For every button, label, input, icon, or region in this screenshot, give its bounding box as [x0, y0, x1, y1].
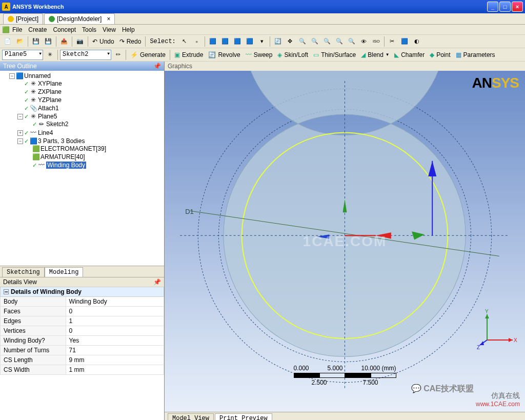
toolbar-main: 📄 📂 💾 💾 📤 📷 ↶Undo ↷Redo Select: ↖ ▫ 🟦 🟦 …: [0, 35, 525, 48]
filter-edge-button[interactable]: 🟦: [219, 36, 231, 47]
detail-row: CS Length9 mm: [1, 355, 164, 365]
zoom-fit-button[interactable]: 🔍: [334, 36, 345, 47]
rotate-button[interactable]: 🔄: [272, 36, 284, 47]
select-box-button[interactable]: ▫: [191, 36, 203, 47]
tree-attach1[interactable]: Attach1: [38, 105, 59, 112]
point-button[interactable]: ◆Point: [430, 51, 450, 58]
dm-icon: [49, 16, 55, 22]
tab-designmodeler[interactable]: [DesignModeler] ×: [44, 13, 115, 24]
tab-print-preview[interactable]: Print Preview: [215, 413, 272, 420]
tree-zxplane[interactable]: ZXPlane: [38, 88, 62, 95]
tree-armature[interactable]: ARMATURE[40]: [41, 153, 85, 161]
detail-row: Winding Body?Yes: [1, 336, 164, 346]
tree-electromagnet[interactable]: ELECTROMAGNET[39]: [41, 145, 106, 152]
sketch-dropdown[interactable]: Sketch2: [60, 50, 111, 60]
blend-button[interactable]: ◢Blend ▾: [361, 51, 389, 58]
snapshot-button[interactable]: 📷: [74, 36, 86, 47]
close-button[interactable]: ×: [512, 2, 523, 12]
new-sketch-button[interactable]: ✏: [112, 49, 124, 61]
extrude-button[interactable]: ▣Extrude: [174, 51, 203, 58]
tab-project[interactable]: [Project]: [3, 13, 43, 24]
new-plane-button[interactable]: ✳: [44, 49, 55, 61]
filter-body-button[interactable]: 🟦: [244, 36, 255, 47]
zoom-box-button[interactable]: 🔍: [297, 36, 308, 47]
tree-yzplane[interactable]: YZPlane: [38, 96, 62, 104]
winding-icon: 〰: [38, 162, 45, 168]
dimension-label: D1: [185, 208, 194, 215]
thin-button[interactable]: ▭Thin/Surface: [313, 51, 356, 58]
tree-plane5[interactable]: Plane5: [38, 113, 57, 120]
menu-create[interactable]: Create: [25, 25, 50, 34]
generate-button[interactable]: ⚡Generate: [130, 51, 166, 58]
menu-file[interactable]: File: [9, 25, 25, 34]
detail-row: BodyWinding Body: [1, 297, 164, 307]
graphics-tabs: Model View Print Preview: [165, 412, 525, 420]
menu-help[interactable]: Help: [119, 25, 138, 34]
tree-xyplane[interactable]: XYPlane: [38, 80, 62, 87]
chamfer-button[interactable]: ◣Chamfer: [394, 51, 425, 58]
redo-button[interactable]: ↷Redo: [119, 38, 142, 45]
export-button[interactable]: 📤: [58, 36, 70, 47]
menu-concept[interactable]: Concept: [50, 25, 79, 34]
sweep-button[interactable]: 〰Sweep: [246, 51, 273, 58]
plane-tool-button[interactable]: ✂: [387, 36, 398, 47]
save-button[interactable]: 💾: [30, 36, 42, 47]
new-button[interactable]: 📄: [2, 36, 13, 47]
tab-sketching[interactable]: Sketching: [2, 267, 45, 277]
tab-close-icon[interactable]: ×: [107, 15, 110, 23]
iso-button[interactable]: ISO: [371, 36, 382, 47]
triad[interactable]: X Y Z: [477, 309, 518, 350]
parameters-button[interactable]: ▦Parameters: [456, 51, 495, 58]
svg-marker-16: [485, 314, 489, 318]
tree-line4[interactable]: Line4: [38, 129, 53, 136]
pin-icon[interactable]: 📌: [153, 278, 161, 286]
model-icon: 🟦: [16, 73, 23, 79]
zoom-out-button[interactable]: 🔍: [321, 36, 333, 47]
tree-sketch2[interactable]: Sketch2: [46, 121, 68, 128]
undo-button[interactable]: ↶Undo: [92, 38, 114, 45]
filter-extend-button[interactable]: ▾: [256, 36, 268, 47]
revolve-button[interactable]: 🔄Revolve: [208, 51, 240, 58]
detail-row: CS Width1 mm: [1, 365, 164, 375]
sketch-icon: ✏: [38, 121, 45, 127]
pin-icon[interactable]: 📌: [153, 63, 161, 70]
tab-model-view[interactable]: Model View: [168, 413, 214, 420]
plane-icon: ✳: [30, 89, 37, 95]
scale-bar: 0.0005.00010.000 (mm) 2.5007.500: [294, 365, 396, 386]
open-button[interactable]: 📂: [14, 36, 26, 47]
tree-root[interactable]: Unnamed: [24, 72, 51, 79]
minimize-button[interactable]: _: [487, 2, 498, 12]
filter-face-button[interactable]: 🟦: [232, 36, 243, 47]
toolbar-features: Plane5 ✳ Sketch2 ✏ ⚡Generate ▣Extrude 🔄R…: [0, 48, 525, 62]
details-view[interactable]: −Details of Winding Body BodyWinding Bod…: [0, 287, 164, 375]
pan-button[interactable]: ✥: [285, 36, 296, 47]
svg-text:Z: Z: [477, 345, 480, 350]
zoom-in-button[interactable]: 🔍: [309, 36, 320, 47]
graphics-viewport[interactable]: ANSYS: [165, 71, 525, 412]
plane-dropdown[interactable]: Plane5: [2, 50, 43, 60]
plane-icon: ✳: [30, 97, 37, 103]
body-icon: 🟩: [32, 146, 39, 152]
menu-tools[interactable]: Tools: [79, 25, 99, 34]
select-cursor-button[interactable]: ↖: [179, 36, 190, 47]
lookat-button[interactable]: 👁: [358, 36, 370, 47]
line-icon: 〰: [30, 130, 37, 136]
menu-view[interactable]: View: [99, 25, 119, 34]
tree-outline[interactable]: −🟦Unnamed ✓✳XYPlane ✓✳ZXPlane ✓✳YZPlane …: [0, 71, 164, 266]
save-all-button[interactable]: 💾: [43, 36, 54, 47]
maximize-button[interactable]: □: [499, 2, 511, 12]
tree-winding-body[interactable]: Winding Body: [46, 162, 86, 169]
zoom-sel-button[interactable]: 🔍: [346, 36, 357, 47]
tree-parts[interactable]: 3 Parts, 3 Bodies: [38, 137, 85, 145]
skin-button[interactable]: ◈Skin/Loft: [277, 51, 308, 58]
svg-marker-14: [509, 338, 513, 342]
svg-text:Y: Y: [485, 309, 489, 314]
display-button[interactable]: 🟦: [399, 36, 410, 47]
tab-modeling[interactable]: Modeling: [45, 267, 84, 277]
watermark-url: 仿真在线 www.1CAE.com: [476, 391, 520, 408]
graphics-header: Graphics: [165, 62, 525, 71]
plane-icon: ✳: [30, 113, 37, 119]
shade-button[interactable]: ◐: [411, 36, 422, 47]
tree-outline-header: Tree Outline📌: [0, 62, 164, 71]
filter-point-button[interactable]: 🟦: [207, 36, 218, 47]
